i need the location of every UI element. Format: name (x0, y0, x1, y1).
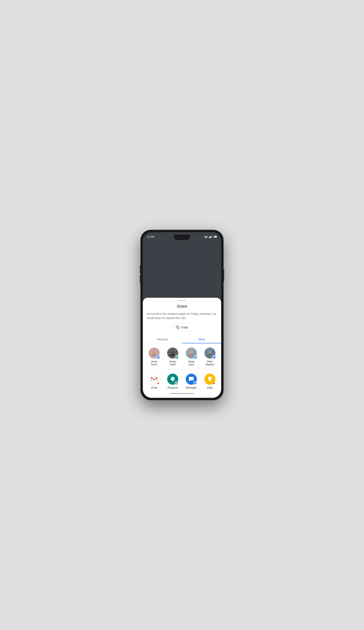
messages-badge (193, 381, 197, 385)
messages-logo (188, 376, 194, 382)
jenny-name: JennyFrisco (151, 360, 158, 366)
svg-rect-24 (176, 382, 177, 384)
jenny-badge (156, 355, 160, 359)
peter-badge (212, 355, 216, 359)
peter-avatar-container (204, 348, 215, 358)
jenny-photo (151, 350, 157, 356)
keep-label: Keep (207, 386, 213, 389)
sarah-badge (193, 355, 197, 359)
peter-badge-icon (213, 356, 215, 358)
copy-label: Copy (181, 326, 188, 329)
svg-point-14 (170, 354, 175, 356)
sarah-avatar-container (186, 348, 197, 358)
app-keep[interactable]: Keep (202, 374, 218, 389)
camera (181, 236, 183, 238)
peter-name: PeterWestern (205, 360, 214, 366)
hangouts-badge-icon (176, 382, 178, 384)
tabs-container: Pesonal Work (143, 335, 221, 344)
svg-point-15 (190, 351, 193, 354)
svg-rect-10 (177, 327, 179, 329)
jenny-avatar-container (149, 348, 160, 358)
gmail-badge (157, 382, 159, 384)
sarah-photo (188, 350, 194, 356)
svg-point-21 (172, 378, 172, 379)
svg-point-23 (173, 378, 174, 379)
svg-rect-5 (210, 236, 211, 238)
messages-badge-icon (194, 382, 196, 384)
apps-row: Gmail (143, 370, 221, 391)
copy-button-container: Copy (143, 323, 221, 331)
gmail-label: Gmail (151, 386, 157, 389)
messages-label: Messages (186, 386, 197, 389)
svg-point-17 (208, 351, 211, 354)
keep-badge (213, 382, 215, 384)
sarah-badge-icon (194, 356, 196, 358)
app-gmail[interactable]: Gmail (146, 374, 162, 389)
sarah-name: SarahCarol (188, 360, 194, 366)
keep-logo (207, 376, 213, 382)
svg-rect-8 (213, 236, 214, 237)
tab-personal[interactable]: Pesonal (143, 335, 182, 343)
svg-rect-9 (217, 236, 217, 237)
keep-icon (204, 374, 215, 385)
battery-icon (213, 235, 217, 238)
hangouts-badge (175, 381, 178, 385)
gmail-logo (151, 376, 158, 382)
jenny-badge-icon (157, 356, 159, 358)
jordan-badge (175, 355, 179, 359)
volume-up-button[interactable] (140, 266, 141, 274)
app-messages[interactable]: Messages (183, 374, 199, 389)
peter-photo (207, 350, 213, 356)
power-button[interactable] (223, 270, 224, 281)
svg-point-22 (173, 378, 173, 379)
svg-point-12 (152, 354, 157, 356)
app-hangouts[interactable]: Hangouts (165, 374, 181, 389)
home-indicator[interactable] (170, 393, 194, 394)
jordan-badge-icon (176, 356, 178, 358)
messages-icon (186, 374, 197, 385)
svg-rect-4 (209, 236, 210, 238)
svg-point-16 (189, 354, 194, 356)
svg-point-18 (207, 354, 212, 356)
wifi-icon (204, 235, 208, 238)
svg-rect-6 (211, 235, 212, 238)
notch (174, 234, 190, 240)
contact-peter-western[interactable]: PeterWestern (202, 348, 218, 366)
tab-work[interactable]: Work (182, 335, 221, 343)
phone-screen: 11:00 (143, 232, 221, 398)
contact-sarah-carol[interactable]: SarahCarol (183, 348, 199, 366)
hangouts-logo (170, 376, 176, 382)
contact-jordan-smith[interactable]: JordanSmith (165, 348, 181, 366)
svg-rect-3 (209, 237, 209, 238)
copy-icon (176, 326, 180, 329)
volume-down-button[interactable] (140, 276, 141, 283)
status-icons (204, 235, 217, 238)
contacts-row: JennyFrisco (143, 344, 221, 370)
svg-rect-28 (209, 381, 211, 381)
sheet-title: Share (143, 304, 221, 309)
signal-icon (209, 235, 212, 238)
phone-device: 11:00 (141, 230, 223, 400)
gmail-icon (149, 374, 160, 385)
preview-text: He turned in the research paper on Frida… (143, 312, 221, 320)
status-time: 11:00 (147, 235, 154, 238)
copy-button[interactable]: Copy (171, 323, 193, 331)
app-background (143, 240, 221, 298)
jordan-avatar-container (167, 348, 178, 358)
jordan-name: JordanSmith (169, 360, 177, 366)
hangouts-icon (167, 374, 178, 385)
share-sheet: Share He turned in the research paper on… (143, 298, 221, 398)
svg-point-11 (153, 351, 156, 354)
drag-handle[interactable] (178, 300, 186, 301)
hangouts-label: Hangouts (168, 386, 178, 389)
jordan-photo (170, 350, 176, 356)
svg-point-13 (171, 351, 174, 354)
svg-marker-25 (177, 382, 178, 384)
contact-jenny-frisco[interactable]: JennyFrisco (146, 348, 162, 366)
